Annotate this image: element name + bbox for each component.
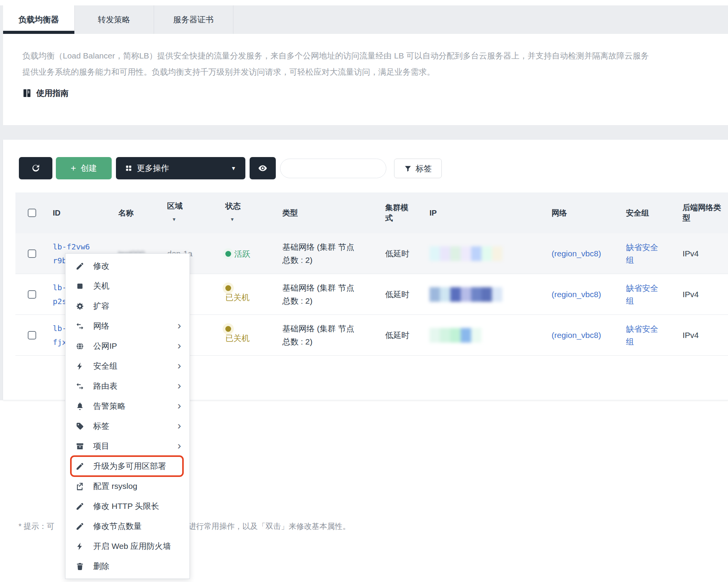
bolt-icon	[75, 541, 85, 551]
row-checkbox[interactable]	[28, 249, 36, 258]
trash-icon	[75, 561, 85, 571]
column-header-label: ID	[53, 208, 114, 218]
backend-type-cell: IPv4	[683, 233, 727, 274]
column-header-label: 类型	[282, 208, 381, 218]
globe-icon	[75, 341, 85, 351]
column-header-label: IP	[429, 208, 547, 218]
column-header-label: 后端网络类型	[683, 202, 721, 223]
secgroup-cell[interactable]: 缺省安全组	[626, 274, 660, 315]
context-menu-item[interactable]: 网络›	[65, 316, 190, 336]
status-dot-icon	[225, 285, 231, 291]
swap-arrows-icon	[75, 381, 85, 391]
context-menu-item[interactable]: 公网IP›	[65, 336, 190, 356]
column-header-ip: IP	[429, 192, 547, 233]
chevron-right-icon: ›	[178, 400, 181, 412]
context-menu-item-label: 项目	[93, 441, 109, 452]
status-cell: 已关机	[225, 315, 268, 356]
network-cell[interactable]: (region_vbc8)	[552, 315, 623, 356]
chevron-right-icon: ›	[178, 360, 181, 372]
plus-icon: +	[70, 163, 76, 174]
context-menu-item[interactable]: 修改 HTTP 头限长	[65, 496, 190, 516]
column-header-cluster: 集群模式	[385, 192, 413, 233]
context-menu-item[interactable]: 标签›	[65, 416, 190, 436]
usage-guide-link[interactable]: 使用指南	[22, 88, 69, 99]
chevron-right-icon: ›	[178, 440, 181, 452]
secgroup-cell[interactable]: 缺省安全组	[626, 233, 660, 274]
column-header-status[interactable]: 状态▼	[225, 192, 248, 233]
context-menu-item[interactable]: 配置 rsyslog	[65, 476, 190, 496]
usage-guide-label: 使用指南	[36, 88, 69, 99]
context-menu-item[interactable]: 开启 Web 应用防火墙	[65, 536, 190, 556]
type-cell: 基础网络 (集群 节点总数 : 2)	[282, 233, 381, 274]
context-menu-item[interactable]: 删除	[65, 556, 190, 576]
secgroup-cell[interactable]: 缺省安全组	[626, 315, 660, 356]
tab-forwarding-policy-label: 转发策略	[98, 14, 130, 25]
context-menu-item[interactable]: 项目›	[65, 436, 190, 456]
column-header-name: 名称	[118, 192, 165, 233]
context-menu-item-label: 修改节点数量	[93, 521, 142, 532]
tag-filter-button[interactable]: 标签	[394, 159, 442, 178]
create-button[interactable]: + 创建	[56, 157, 112, 179]
context-menu-item-label: 删除	[93, 561, 109, 572]
context-menu-item[interactable]: 扩容	[65, 296, 190, 316]
status-label: 活跃	[234, 248, 250, 260]
context-menu-item[interactable]: 路由表›	[65, 376, 190, 396]
status-cell: 活跃	[225, 233, 268, 274]
row-select-cell	[28, 315, 45, 356]
chevron-right-icon: ›	[178, 380, 181, 392]
tab-load-balancer[interactable]: 负载均衡器	[3, 5, 74, 34]
type-cell: 基础网络 (集群 节点总数 : 2)	[282, 315, 381, 356]
column-header-region[interactable]: 区域▼	[167, 192, 190, 233]
column-header-type: 类型	[282, 192, 381, 233]
search-input[interactable]	[280, 159, 386, 178]
create-button-label: 创建	[81, 163, 97, 174]
context-menu-item-label: 修改	[93, 261, 109, 271]
network-cell[interactable]: (region_vbc8)	[552, 233, 623, 274]
status-cell: 已关机	[225, 274, 268, 315]
intro-line-1: 负载均衡（Load Balancer，简称LB）提供安全快捷的流量分发服务，来自…	[22, 48, 728, 64]
tab-server-certificate-label: 服务器证书	[173, 14, 214, 25]
type-line: 基础网络 (集群 节点	[282, 322, 381, 335]
column-header-label: 安全组	[626, 208, 660, 218]
sort-filter-caret-icon[interactable]: ▼	[167, 214, 190, 225]
ip-redacted-mosaic	[429, 328, 547, 343]
type-line: 总数 : 2)	[282, 294, 381, 308]
select-all-checkbox[interactable]	[28, 209, 36, 217]
context-menu-item-highlighted[interactable]: 升级为多可用区部署	[65, 456, 190, 476]
context-menu-item-label: 关机	[93, 281, 109, 291]
network-cell[interactable]: (region_vbc8)	[552, 274, 623, 315]
tab-server-certificate[interactable]: 服务器证书	[154, 5, 233, 34]
context-menu-item[interactable]: 修改节点数量	[65, 516, 190, 536]
type-line: 总数 : 2)	[282, 254, 381, 267]
chevron-right-icon: ›	[178, 319, 181, 332]
ip-redacted-mosaic	[429, 246, 547, 261]
context-menu-item-label: 升级为多可用区部署	[93, 461, 166, 472]
load-balancer-console-page: { "tabs": [ { "label": "负载均衡器", "active"…	[0, 0, 728, 582]
export-icon	[75, 481, 85, 491]
pencil-icon	[75, 261, 85, 271]
column-visibility-button[interactable]	[250, 157, 276, 179]
gear-icon	[75, 301, 85, 311]
row-checkbox[interactable]	[28, 290, 36, 299]
context-menu-item-label: 修改 HTTP 头限长	[93, 501, 159, 512]
refresh-button[interactable]	[19, 157, 52, 179]
context-menu-item[interactable]: 告警策略›	[65, 396, 190, 416]
context-menu-item[interactable]: 修改	[65, 256, 190, 276]
bolt-icon	[75, 361, 85, 371]
cluster-mode-cell: 低延时	[385, 274, 428, 315]
row-select-cell	[28, 233, 45, 274]
page-left-margin	[0, 5, 3, 400]
sort-filter-caret-icon[interactable]: ▼	[225, 214, 248, 225]
context-menu-item[interactable]: 安全组›	[65, 356, 190, 376]
more-actions-dropdown[interactable]: 更多操作 ▼	[116, 157, 245, 179]
backend-type-cell: IPv4	[683, 274, 727, 315]
context-menu-item-label: 网络	[93, 321, 109, 331]
context-menu-item[interactable]: 关机	[65, 276, 190, 296]
eye-icon	[258, 163, 268, 173]
chevron-down-icon: ▼	[231, 166, 236, 171]
intro-panel: 负载均衡（Load Balancer，简称LB）提供安全快捷的流量分发服务，来自…	[3, 34, 728, 125]
row-checkbox[interactable]	[28, 331, 36, 340]
tab-forwarding-policy[interactable]: 转发策略	[74, 5, 154, 34]
column-header-id: ID	[53, 192, 114, 233]
type-line: 基础网络 (集群 节点	[282, 241, 381, 254]
